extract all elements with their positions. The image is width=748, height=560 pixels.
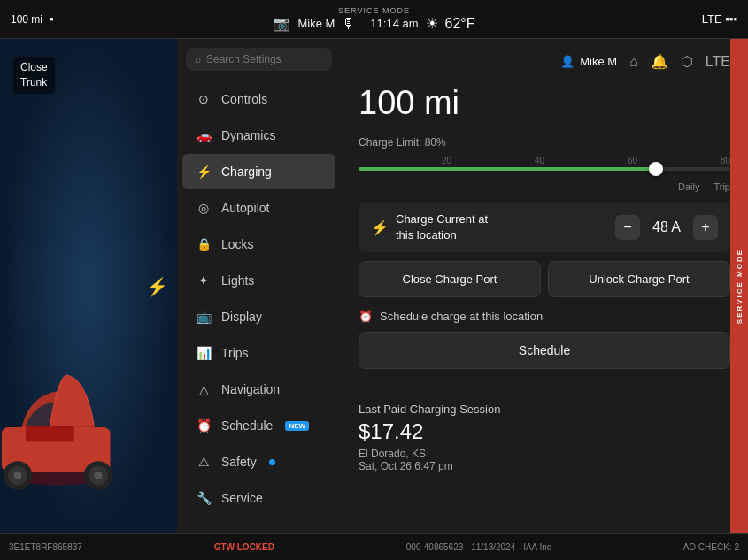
- sidebar-item-safety[interactable]: ⚠Safety: [182, 444, 335, 479]
- charge-slider-container[interactable]: [359, 167, 730, 171]
- top-bar-left: 100 mi ▪: [11, 12, 54, 26]
- last-session-location: El Dorado, KS: [359, 448, 730, 460]
- sidebar-item-service[interactable]: 🔧Service: [182, 480, 335, 516]
- close-trunk-text: CloseTrunk: [20, 61, 48, 88]
- lights-nav-icon: ✦: [195, 272, 212, 289]
- display-nav-icon: 📺: [195, 308, 212, 326]
- schedule-header-text: Schedule charge at this location: [380, 310, 543, 323]
- main-content: CloseTrunk: [0, 39, 748, 533]
- sidebar-item-locks[interactable]: 🔒Locks: [182, 226, 335, 262]
- trip-label: Trip: [713, 181, 730, 192]
- bell-icon[interactable]: 🔔: [651, 53, 668, 70]
- car-area: CloseTrunk: [0, 39, 177, 533]
- service-mode-label: SERVICE MODE: [338, 6, 410, 15]
- search-bar[interactable]: ⌕: [186, 48, 332, 71]
- close-charge-port-button[interactable]: Close Charge Port: [359, 261, 541, 297]
- last-session-title: Last Paid Charging Session: [359, 403, 730, 416]
- safety-dot: [269, 459, 275, 465]
- controls-nav-icon: ⊙: [195, 90, 212, 108]
- sidebar-item-schedule[interactable]: ⏰ScheduleNEW: [182, 408, 335, 443]
- sidebar-item-charging[interactable]: ⚡Charging: [182, 154, 335, 189]
- dynamics-nav-label: Dynamics: [221, 128, 275, 142]
- sidebar-item-trips[interactable]: 📊Trips: [182, 335, 335, 371]
- charge-limit-label: Charge Limit: 80%: [359, 136, 730, 149]
- sidebar-item-controls[interactable]: ⊙Controls: [182, 81, 335, 117]
- charging-nav-label: Charging: [221, 165, 272, 179]
- content-top-bar: 👤 Mike M ⌂ 🔔 ⬡ LTE: [359, 53, 730, 70]
- locks-nav-icon: 🔒: [195, 235, 212, 253]
- last-session-amount: $17.42: [359, 419, 730, 444]
- svg-rect-8: [26, 426, 74, 441]
- top-bar-username: Mike M: [297, 17, 335, 30]
- car-silhouette: [0, 339, 142, 516]
- user-icon: 👤: [560, 55, 574, 68]
- charge-current-value: 48 A: [649, 219, 684, 235]
- top-bar-time: 11:14 am: [370, 17, 418, 30]
- charge-current-control: − 48 A +: [615, 215, 718, 240]
- service-nav-label: Service: [221, 491, 263, 505]
- charging-icon-car: ⚡: [146, 276, 168, 297]
- autopilot-nav-icon: ◎: [195, 199, 212, 217]
- sidebar-item-autopilot[interactable]: ◎Autopilot: [182, 190, 335, 226]
- slider-track[interactable]: [359, 167, 730, 171]
- controls-nav-label: Controls: [221, 92, 267, 106]
- schedule-button[interactable]: Schedule: [359, 332, 730, 369]
- home-icon[interactable]: ⌂: [629, 54, 638, 70]
- schedule-badge: NEW: [285, 421, 309, 431]
- vin-text: 3E1ET8RF865837: [9, 542, 82, 552]
- display-nav-label: Display: [221, 310, 262, 324]
- last-session: Last Paid Charging Session $17.42 El Dor…: [359, 395, 730, 472]
- schedule-section: ⏰ Schedule charge at this location Sched…: [359, 310, 730, 381]
- svg-point-4: [13, 472, 21, 479]
- sidebar-item-display[interactable]: 📺Display: [182, 299, 335, 334]
- gtw-status: GTW LOCKED: [214, 542, 274, 552]
- charge-decrement-button[interactable]: −: [615, 215, 640, 240]
- mark-40: 40: [535, 156, 544, 165]
- sidebar-item-navigation[interactable]: △Navigation: [182, 372, 335, 407]
- safety-nav-label: Safety: [221, 455, 257, 469]
- top-bar-right: LTE ▪▪▪: [702, 12, 737, 26]
- charge-plug-icon: ⚡: [371, 219, 389, 236]
- sidebar-item-lights[interactable]: ✦Lights: [182, 263, 335, 298]
- schedule-nav-icon: ⏰: [195, 417, 212, 434]
- slider-thumb[interactable]: [649, 162, 663, 176]
- battery-icon: ▪: [50, 12, 54, 26]
- charge-current-info: ⚡ Charge Current atthis location: [371, 211, 488, 243]
- navigation-nav-label: Navigation: [221, 382, 280, 396]
- nav-items: ⊙Controls🚗Dynamics⚡Charging◎Autopilot🔒Lo…: [177, 81, 341, 516]
- schedule-nav-label: Schedule: [221, 418, 273, 433]
- sidebar: ⌕ ⊙Controls🚗Dynamics⚡Charging◎Autopilot🔒…: [177, 39, 341, 533]
- bluetooth-icon[interactable]: ⬡: [681, 53, 693, 70]
- close-trunk-label[interactable]: CloseTrunk: [13, 57, 55, 94]
- dynamics-nav-icon: 🚗: [195, 127, 212, 144]
- safety-nav-icon: ⚠: [195, 453, 212, 471]
- locks-nav-label: Locks: [221, 237, 254, 251]
- lte-icon: LTE ▪▪▪: [702, 12, 737, 26]
- last-session-date: Sat, Oct 26 6:47 pm: [359, 460, 730, 472]
- lights-nav-label: Lights: [221, 273, 254, 288]
- charge-increment-button[interactable]: +: [693, 215, 718, 240]
- mic-icon: 🎙: [342, 16, 356, 32]
- mark-20: 20: [442, 156, 451, 165]
- mark-60: 60: [628, 156, 637, 165]
- content-area: 👤 Mike M ⌂ 🔔 ⬡ LTE 100 mi Charge Limit: …: [341, 39, 748, 533]
- service-mode-vertical-text: SERVICE MODE: [736, 249, 744, 324]
- service-mode-side-bar: SERVICE MODE: [730, 39, 748, 533]
- charging-nav-icon: ⚡: [195, 163, 212, 180]
- slider-marks-row: 20 40 60 80: [359, 156, 730, 165]
- daily-label: Daily: [678, 181, 699, 192]
- camera-icon: 📷: [273, 15, 290, 32]
- bottom-bar: 3E1ET8RF865837 GTW LOCKED 000-40865623 -…: [0, 533, 748, 560]
- slider-labels-row: Daily Trip: [359, 181, 730, 192]
- service-nav-icon: 🔧: [195, 489, 212, 507]
- search-input[interactable]: [206, 53, 323, 65]
- autopilot-nav-label: Autopilot: [221, 201, 269, 215]
- unlock-charge-port-button[interactable]: Unlock Charge Port: [548, 261, 730, 297]
- user-info: 👤 Mike M: [560, 55, 617, 68]
- sidebar-item-dynamics[interactable]: 🚗Dynamics: [182, 118, 335, 153]
- top-bar: 100 mi ▪ SERVICE MODE 📷 Mike M 🎙 11:14 a…: [0, 0, 748, 39]
- top-bar-center: SERVICE MODE 📷 Mike M 🎙 11:14 am ☀ 62°F: [273, 6, 474, 32]
- navigation-nav-icon: △: [195, 380, 212, 398]
- search-icon: ⌕: [195, 53, 201, 65]
- charge-current-row: ⚡ Charge Current atthis location − 48 A …: [359, 203, 730, 252]
